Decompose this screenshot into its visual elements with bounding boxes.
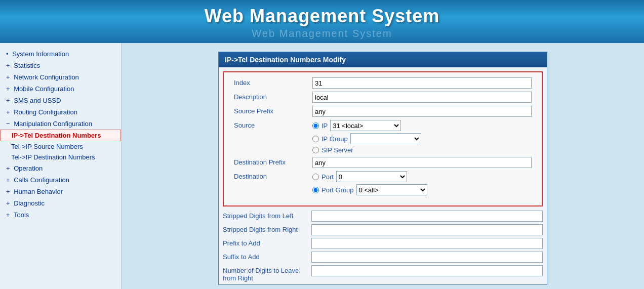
num-digits-row: Number of Digits to Leave from Right [219,265,547,282]
sidebar-item-mobile-configuration[interactable]: + Mobile Configuration [0,83,121,95]
main-title: Web Management System [205,6,439,27]
destination-port-group-select[interactable]: 0 <all> [356,184,427,195]
sidebar-item-sms-and-ussd[interactable]: + SMS and USSD [0,95,121,106]
source-ip-radio[interactable] [312,122,319,129]
bullet-icon: + [6,73,10,81]
destination-port-label: Port [321,173,334,181]
sidebar-item-calls-configuration[interactable]: + Calls Configuration [0,174,121,186]
sidebar: • System Information + Statistics + Netw… [0,43,122,289]
destination-prefix-label: Destination Prefix [234,157,312,166]
index-row: Index [234,77,532,89]
destination-prefix-row: Destination Prefix [234,157,532,168]
form-panel: IP->Tel Destination Numbers Modify Index… [218,52,547,285]
source-ip-group-row: IP Group [312,133,532,144]
main-layout: • System Information + Statistics + Netw… [0,43,644,289]
source-ip-label: IP [321,122,328,130]
sidebar-item-diagnostic[interactable]: + Diagnostic [0,197,121,209]
source-prefix-input[interactable] [312,106,532,117]
sidebar-item-routing-configuration[interactable]: + Routing Configuration [0,106,121,118]
suffix-add-field [311,252,543,263]
source-sip-server-row: SIP Server [312,146,532,154]
bullet-icon: + [6,108,10,116]
prefix-add-input[interactable] [311,238,543,249]
destination-port-radio[interactable] [312,174,319,180]
num-digits-label: Number of Digits to Leave from Right [223,265,311,282]
main-subtitle-reflection: Web Management System [252,28,392,39]
suffix-add-row: Suffix to Add [219,252,547,263]
sidebar-item-statistics[interactable]: + Statistics [0,60,121,71]
source-row: Source IP 31 <local> IP Group [234,120,532,154]
destination-port-group-label: Port Group [321,186,354,194]
prefix-add-label: Prefix to Add [223,238,311,247]
bullet-icon: + [6,164,10,172]
bullet-icon: + [6,97,10,104]
suffix-add-label: Suffix to Add [223,252,311,261]
sidebar-item-system-information[interactable]: • System Information [0,48,121,60]
source-prefix-label: Source Prefix [234,106,312,115]
num-digits-field [311,265,543,276]
stripped-left-row: Stripped Digits from Left [219,211,547,222]
source-prefix-field [312,106,532,117]
bullet-icon: + [6,85,10,93]
sidebar-item-ip-tel-destination-numbers[interactable]: IP->Tel Destination Numbers [0,130,121,141]
bullet-icon: + [6,176,10,184]
sidebar-item-tools[interactable]: + Tools [0,209,121,221]
source-ip-select[interactable]: 31 <local> [330,120,401,131]
description-label: Description [234,92,312,101]
source-label: Source [234,120,312,129]
stripped-left-field [311,211,543,222]
source-ip-group-label: IP Group [321,135,348,143]
index-input[interactable] [312,77,532,89]
bullet-icon: • [6,50,9,58]
destination-row: Destination Port 0 Port Group 0 <all> [234,171,532,195]
bullet-icon: + [6,211,10,219]
sidebar-item-tel-ip-source-numbers[interactable]: Tel->IP Source Numbers [0,141,121,152]
destination-port-group-row: Port Group 0 <all> [312,184,532,195]
num-digits-input[interactable] [311,265,543,276]
sidebar-item-network-configuration[interactable]: + Network Configuration [0,71,121,83]
form-body: Index Description Source Prefix [223,71,543,207]
bullet-icon: + [6,199,10,207]
sidebar-item-human-behavior[interactable]: + Human Behavior [0,186,121,197]
stripped-left-label: Stripped Digits from Left [223,211,311,220]
bullet-icon: − [6,120,10,128]
stripped-right-label: Stripped Digits from Right [223,224,311,233]
page-header: Web Management System Web Management Sys… [0,0,644,43]
destination-port-select[interactable]: 0 [336,171,407,182]
bullet-icon: + [6,188,10,195]
source-ip-group-radio[interactable] [312,136,319,142]
index-field [312,77,532,89]
source-sip-server-label: SIP Server [321,146,353,154]
destination-prefix-input[interactable] [312,157,532,168]
prefix-add-field [311,238,543,249]
sidebar-item-operation[interactable]: + Operation [0,162,121,174]
destination-group: Port 0 Port Group 0 <all> [312,171,532,195]
destination-port-group-radio[interactable] [312,187,319,193]
source-prefix-row: Source Prefix [234,106,532,117]
destination-port-row: Port 0 [312,171,532,182]
suffix-add-input[interactable] [311,252,543,263]
content-area: IP->Tel Destination Numbers Modify Index… [122,43,644,289]
sidebar-item-manipulation-configuration[interactable]: − Manipulation Configuration [0,118,121,130]
stripped-right-row: Stripped Digits from Right [219,224,547,235]
description-row: Description [234,92,532,103]
bullet-icon: + [6,62,10,69]
source-sip-server-radio[interactable] [312,147,319,153]
prefix-add-row: Prefix to Add [219,238,547,249]
destination-prefix-field [312,157,532,168]
description-field [312,92,532,103]
index-label: Index [234,77,312,87]
form-panel-title: IP->Tel Destination Numbers Modify [219,52,547,67]
sidebar-item-tel-ip-destination-numbers[interactable]: Tel->IP Destination Numbers [0,152,121,162]
stripped-right-input[interactable] [311,224,543,235]
destination-label: Destination [234,171,312,180]
stripped-left-input[interactable] [311,211,543,222]
stripped-right-field [311,224,543,235]
source-group: IP 31 <local> IP Group SIP Server [312,120,532,154]
source-ip-row: IP 31 <local> [312,120,532,131]
description-input[interactable] [312,92,532,103]
source-ip-group-select[interactable] [350,133,421,144]
